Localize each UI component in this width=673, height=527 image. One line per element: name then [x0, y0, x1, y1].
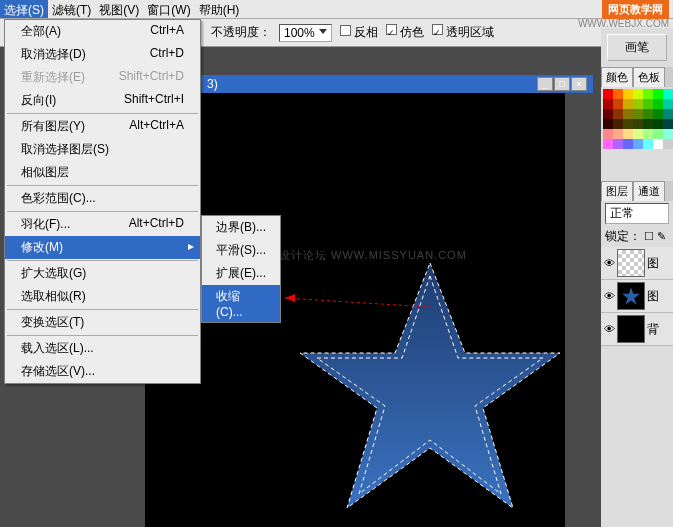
- swatch[interactable]: [633, 109, 643, 119]
- swatch[interactable]: [633, 129, 643, 139]
- swatch[interactable]: [623, 109, 633, 119]
- lock-row: 锁定： ☐ ✎: [601, 226, 673, 247]
- swatch[interactable]: [603, 109, 613, 119]
- tab-color[interactable]: 颜色: [601, 67, 633, 87]
- swatch[interactable]: [603, 89, 613, 99]
- menu-item[interactable]: 反向(I)Shift+Ctrl+I: [5, 89, 200, 112]
- tab-swatches[interactable]: 色板: [633, 67, 665, 87]
- menubar: 选择(S) 滤镜(T) 视图(V) 窗口(W) 帮助(H): [0, 0, 673, 19]
- swatch[interactable]: [603, 99, 613, 109]
- swatches-grid[interactable]: [603, 89, 671, 149]
- layer-row[interactable]: 👁图: [601, 247, 673, 280]
- brand-badge: 网页教学网: [602, 0, 669, 19]
- document-titlebar: 3) _ □ ×: [201, 75, 593, 93]
- menu-item[interactable]: 全部(A)Ctrl+A: [5, 20, 200, 43]
- maximize-button[interactable]: □: [554, 77, 570, 91]
- swatch[interactable]: [613, 119, 623, 129]
- layer-row[interactable]: 👁背: [601, 313, 673, 346]
- visibility-icon[interactable]: 👁: [603, 323, 615, 335]
- submenu-item[interactable]: 扩展(E)...: [202, 262, 280, 285]
- transparent-checkbox[interactable]: 透明区域: [432, 24, 494, 41]
- svg-marker-0: [300, 263, 560, 508]
- menu-select[interactable]: 选择(S): [0, 0, 48, 18]
- menu-item[interactable]: 相似图层: [5, 161, 200, 184]
- swatch[interactable]: [633, 99, 643, 109]
- swatch[interactable]: [643, 89, 653, 99]
- swatch[interactable]: [653, 99, 663, 109]
- swatch[interactable]: [613, 129, 623, 139]
- menu-help[interactable]: 帮助(H): [195, 0, 244, 18]
- watermark: 思缘设计论坛 WWW.MISSYUAN.COM: [255, 248, 467, 263]
- swatch[interactable]: [633, 139, 643, 149]
- swatch[interactable]: [653, 129, 663, 139]
- submenu-item[interactable]: 边界(B)...: [202, 216, 280, 239]
- swatch[interactable]: [663, 129, 673, 139]
- swatch[interactable]: [663, 99, 673, 109]
- swatch[interactable]: [603, 119, 613, 129]
- right-panels: 画笔 颜色 色板 图层 通道 正常 锁定： ☐ ✎ 👁图 👁图 👁背: [601, 28, 673, 527]
- swatch[interactable]: [623, 139, 633, 149]
- close-button[interactable]: ×: [571, 77, 587, 91]
- swatch[interactable]: [663, 139, 673, 149]
- swatch[interactable]: [603, 139, 613, 149]
- menu-item[interactable]: 色彩范围(C)...: [5, 187, 200, 210]
- visibility-icon[interactable]: 👁: [603, 290, 615, 302]
- layer-row[interactable]: 👁图: [601, 280, 673, 313]
- swatch[interactable]: [643, 109, 653, 119]
- swatch[interactable]: [643, 129, 653, 139]
- menu-filter[interactable]: 滤镜(T): [48, 0, 95, 18]
- menu-item[interactable]: 重新选择(E)Shift+Ctrl+D: [5, 66, 200, 89]
- visibility-icon[interactable]: 👁: [603, 257, 615, 269]
- swatch[interactable]: [623, 129, 633, 139]
- opacity-input[interactable]: 100%: [279, 24, 332, 42]
- tab-channels[interactable]: 通道: [633, 181, 665, 201]
- swatch[interactable]: [663, 119, 673, 129]
- menu-item[interactable]: 选取相似(R): [5, 285, 200, 308]
- menu-item[interactable]: 修改(M): [5, 236, 200, 259]
- swatch[interactable]: [613, 99, 623, 109]
- swatch[interactable]: [663, 109, 673, 119]
- brush-button[interactable]: 画笔: [607, 34, 667, 61]
- swatch[interactable]: [653, 89, 663, 99]
- swatch[interactable]: [643, 139, 653, 149]
- document-title: 3): [207, 77, 218, 91]
- swatch[interactable]: [663, 89, 673, 99]
- menu-window[interactable]: 窗口(W): [143, 0, 194, 18]
- swatch[interactable]: [653, 139, 663, 149]
- submenu-item[interactable]: 平滑(S)...: [202, 239, 280, 262]
- tab-layers[interactable]: 图层: [601, 181, 633, 201]
- swatch[interactable]: [613, 139, 623, 149]
- swatch[interactable]: [643, 99, 653, 109]
- star-shape: [295, 258, 565, 518]
- layer-thumb: [617, 282, 645, 310]
- dither-checkbox[interactable]: 仿色: [386, 24, 424, 41]
- minimize-button[interactable]: _: [537, 77, 553, 91]
- opacity-label: 不透明度：: [211, 24, 271, 41]
- menu-item[interactable]: 所有图层(Y)Alt+Ctrl+A: [5, 115, 200, 138]
- menu-view[interactable]: 视图(V): [95, 0, 143, 18]
- invert-checkbox[interactable]: 反相: [340, 24, 378, 41]
- menu-item[interactable]: 存储选区(V)...: [5, 360, 200, 383]
- swatch[interactable]: [613, 89, 623, 99]
- menu-item[interactable]: 载入选区(L)...: [5, 337, 200, 360]
- swatch[interactable]: [633, 119, 643, 129]
- blend-mode-select[interactable]: 正常: [605, 203, 669, 224]
- swatch[interactable]: [623, 99, 633, 109]
- swatch[interactable]: [653, 109, 663, 119]
- swatch[interactable]: [633, 89, 643, 99]
- swatch[interactable]: [623, 89, 633, 99]
- swatch[interactable]: [603, 129, 613, 139]
- layer-thumb: [617, 315, 645, 343]
- submenu-item[interactable]: 收缩(C)...: [202, 285, 280, 322]
- menu-item[interactable]: 扩大选取(G): [5, 262, 200, 285]
- swatch[interactable]: [613, 109, 623, 119]
- swatch[interactable]: [653, 119, 663, 129]
- menu-item[interactable]: 取消选择图层(S): [5, 138, 200, 161]
- menu-item[interactable]: 羽化(F)...Alt+Ctrl+D: [5, 213, 200, 236]
- swatch[interactable]: [623, 119, 633, 129]
- chevron-down-icon[interactable]: [319, 29, 327, 37]
- menu-item[interactable]: 取消选择(D)Ctrl+D: [5, 43, 200, 66]
- menu-item[interactable]: 变换选区(T): [5, 311, 200, 334]
- swatch[interactable]: [643, 119, 653, 129]
- select-menu-dropdown: 全部(A)Ctrl+A取消选择(D)Ctrl+D重新选择(E)Shift+Ctr…: [4, 19, 201, 384]
